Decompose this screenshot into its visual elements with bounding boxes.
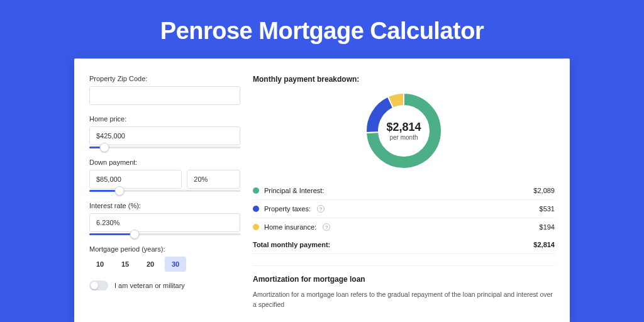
zip-group: Property Zip Code: bbox=[89, 75, 240, 105]
rate-label: Interest rate (%): bbox=[89, 202, 240, 209]
rate-group: Interest rate (%): bbox=[89, 202, 240, 235]
breakdown-donut-chart: $2,814 per month bbox=[363, 90, 445, 172]
legend-value: $194 bbox=[540, 223, 555, 231]
total-row: Total monthly payment: $2,814 bbox=[253, 236, 555, 254]
period-options: 10152030 bbox=[89, 257, 240, 272]
breakdown-heading: Monthly payment breakdown: bbox=[253, 75, 555, 84]
period-chip-10[interactable]: 10 bbox=[89, 257, 111, 272]
veteran-toggle[interactable] bbox=[89, 280, 108, 291]
period-chip-15[interactable]: 15 bbox=[114, 257, 136, 272]
breakdown-legend: Principal & Interest:$2,089Property taxe… bbox=[253, 182, 555, 236]
down-pct-input[interactable] bbox=[187, 170, 240, 189]
legend-dot bbox=[253, 206, 259, 212]
input-panel: Property Zip Code: Home price: Down paym… bbox=[89, 75, 240, 306]
donut-sublabel: per month bbox=[389, 134, 418, 141]
rate-slider[interactable] bbox=[89, 233, 240, 235]
veteran-label: I am veteran or military bbox=[114, 282, 185, 289]
down-slider[interactable] bbox=[89, 190, 240, 192]
calculator-card: Property Zip Code: Home price: Down paym… bbox=[74, 58, 570, 322]
legend-value: $2,089 bbox=[533, 187, 555, 194]
donut-amount: $2,814 bbox=[386, 121, 421, 134]
zip-label: Property Zip Code: bbox=[89, 75, 240, 82]
amortization-heading: Amortization for mortgage loan bbox=[253, 275, 555, 284]
amortization-section: Amortization for mortgage loan Amortizat… bbox=[253, 265, 555, 310]
down-amount-input[interactable] bbox=[89, 170, 182, 189]
breakdown-panel: Monthly payment breakdown: $2,814 per mo… bbox=[253, 75, 555, 306]
page-title: Penrose Mortgage Calculator bbox=[0, 0, 644, 58]
legend-row: Property taxes:?$531 bbox=[253, 200, 555, 218]
period-chip-20[interactable]: 20 bbox=[140, 257, 161, 272]
info-icon[interactable]: ? bbox=[317, 205, 325, 213]
info-icon[interactable]: ? bbox=[323, 223, 330, 231]
zip-input[interactable] bbox=[89, 86, 240, 105]
slider-thumb[interactable] bbox=[130, 230, 140, 239]
rate-input[interactable] bbox=[89, 213, 240, 232]
down-label: Down payment: bbox=[89, 158, 240, 166]
veteran-row: I am veteran or military bbox=[89, 280, 240, 291]
legend-dot bbox=[253, 187, 259, 194]
period-label: Mortgage period (years): bbox=[89, 245, 240, 253]
price-label: Home price: bbox=[89, 115, 240, 123]
legend-label: Home insurance: bbox=[264, 223, 316, 231]
legend-label: Property taxes: bbox=[264, 205, 311, 213]
legend-row: Home insurance:?$194 bbox=[253, 218, 555, 236]
legend-value: $531 bbox=[540, 205, 555, 213]
legend-row: Principal & Interest:$2,089 bbox=[253, 182, 555, 200]
legend-label: Principal & Interest: bbox=[264, 187, 324, 194]
price-group: Home price: bbox=[89, 115, 240, 148]
legend-dot bbox=[253, 224, 259, 230]
total-label: Total monthly payment: bbox=[253, 241, 330, 248]
slider-thumb[interactable] bbox=[115, 186, 125, 196]
amortization-text: Amortization for a mortgage loan refers … bbox=[253, 290, 555, 310]
period-group: Mortgage period (years): 10152030 bbox=[89, 245, 240, 272]
price-slider[interactable] bbox=[89, 147, 240, 148]
period-chip-30[interactable]: 30 bbox=[165, 257, 186, 272]
total-value: $2,814 bbox=[533, 241, 555, 248]
down-group: Down payment: bbox=[89, 158, 240, 192]
price-input[interactable] bbox=[89, 126, 240, 145]
slider-thumb[interactable] bbox=[100, 143, 109, 152]
